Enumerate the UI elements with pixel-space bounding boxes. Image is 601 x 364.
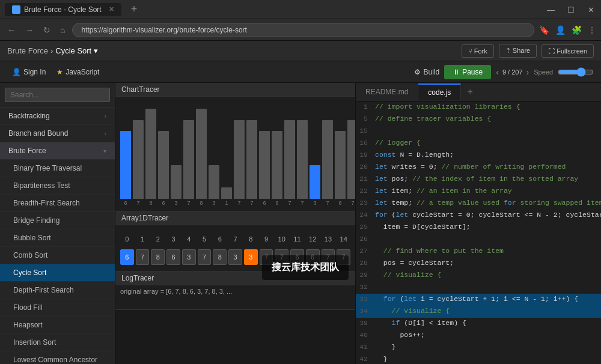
line-content: // visualize { [375, 306, 450, 318]
sidebar-item-flood-fill[interactable]: Flood Fill [0, 299, 115, 317]
line-content: } [375, 354, 388, 364]
language-selector[interactable]: ★ JavaScript [56, 68, 99, 76]
close-button[interactable]: ✕ [588, 5, 596, 14]
chart-bar: 6 [335, 131, 346, 206]
back-button[interactable]: ← [5, 24, 18, 36]
sidebar-item-heapsort[interactable]: Heapsort [0, 317, 115, 334]
bookmark-icon[interactable]: 🔖 [539, 25, 549, 35]
sidebar-item-bridge-finding[interactable]: Bridge Finding [0, 212, 115, 229]
forward-button[interactable]: → [23, 24, 36, 36]
line-content: // visualize { [375, 270, 441, 282]
bar-label: 7 [351, 200, 354, 206]
bar-label: 8 [149, 200, 152, 206]
line-content: } [375, 342, 396, 354]
sidebar-item-insertion-sort[interactable]: Insertion Sort [0, 334, 115, 351]
sidebar-item-breadth-first-search[interactable]: Breadth-First Search [0, 195, 115, 212]
bar-label: 7 [136, 200, 139, 206]
breadcrumb-parent[interactable]: Brute Force [7, 46, 48, 55]
maximize-button[interactable]: ☐ [567, 5, 576, 14]
line-content: let temp; // a temp value used for stori… [375, 198, 601, 210]
menu-bar: Brute Force › Cycle Sort ▾ ⑂ Fork ⇡ Shar… [0, 41, 601, 61]
sidebar-item-binary-tree-traversal[interactable]: Binary Tree Traversal [0, 160, 115, 177]
line-content: // define tracer variables { [375, 114, 491, 126]
prev-button[interactable]: ‹ [496, 67, 499, 77]
nav-controls: ‹ 9 / 207 › [496, 67, 529, 77]
fork-button[interactable]: ⑂ Fork [462, 44, 494, 58]
sidebar-label: Breadth-First Search [13, 199, 80, 207]
build-button[interactable]: ⚙ Build [414, 68, 439, 76]
line-number: 28 [358, 258, 375, 270]
code-line: 29 // visualize { [356, 270, 601, 282]
bar-label: 6 [124, 200, 127, 206]
extensions-icon[interactable]: 🧩 [572, 25, 582, 35]
line-number: 21 [358, 174, 375, 186]
sidebar-item-comb-sort[interactable]: Comb Sort [0, 247, 115, 264]
sidebar-item-cycle-sort[interactable]: Cycle Sort [0, 264, 115, 282]
chart-bar: 7 [322, 120, 333, 206]
sidebar-item-bipartiteness-test[interactable]: Bipartiteness Test [0, 177, 115, 195]
chart-bar: 7 [347, 120, 356, 206]
sidebar-label: Brute Force [8, 147, 46, 155]
sidebar-item-bubble-sort[interactable]: Bubble Sort [0, 229, 115, 247]
line-content: const N = D.length; [375, 150, 454, 162]
line-number: 20 [358, 162, 375, 174]
code-tab-README-md[interactable]: README.md [356, 84, 418, 100]
sidebar-item-backtracking[interactable]: Backtracking› [0, 108, 115, 125]
code-tab-code-js[interactable]: code.js [418, 83, 461, 100]
pause-button[interactable]: ⏸ Pause [444, 65, 491, 79]
line-number: 19 [358, 150, 375, 162]
bar-label: 7 [326, 200, 329, 206]
log-text: original array = [6, 7, 8, 6, 3, 7, 8, 3… [120, 288, 232, 295]
breadcrumb-current: Cycle Sort ▾ [55, 46, 98, 55]
sidebar-item-branch-and-bound[interactable]: Branch and Bound› [0, 125, 115, 142]
close-tab-icon[interactable]: ✕ [109, 5, 114, 13]
search-input[interactable] [5, 88, 110, 102]
pause-icon: ⏸ [453, 68, 460, 76]
share-button[interactable]: ⇡ Share [499, 44, 537, 58]
signin-button[interactable]: 👤 Sign In [7, 65, 50, 79]
array-value-cell: 8 [213, 249, 227, 265]
line-number: 16 [358, 138, 375, 150]
refresh-button[interactable]: ↻ [41, 24, 53, 36]
array-value-cell: 7 [275, 249, 288, 265]
add-tab-button[interactable]: + [461, 83, 478, 101]
new-tab-button[interactable]: + [126, 3, 142, 16]
code-panel: README.mdcode.js+ 1// import visualizati… [356, 83, 601, 364]
url-input[interactable] [72, 23, 534, 37]
next-button[interactable]: › [526, 67, 529, 77]
fullscreen-button[interactable]: ⛶ Fullscreen [542, 44, 594, 58]
dropdown-icon[interactable]: ▾ [94, 46, 98, 55]
sidebar-label: Lowest Common Ancestor [13, 356, 97, 364]
array-value-cell: 7 [322, 249, 335, 265]
bar-label: 8 [200, 200, 203, 206]
sidebar-arrow: ▾ [103, 148, 106, 154]
minimize-button[interactable]: — [547, 5, 555, 14]
speed-slider[interactable] [558, 67, 594, 77]
more-icon[interactable]: ⋮ [588, 25, 596, 35]
address-bar: ← → ↻ ⌂ 🔖 👤 🧩 ⋮ [0, 19, 601, 41]
sidebar-item-lowest-common-ancestor[interactable]: Lowest Common Ancestor [0, 351, 115, 364]
array-value-cell: 7 [337, 249, 350, 265]
bar-element [310, 165, 320, 199]
home-button[interactable]: ⌂ [58, 24, 67, 36]
line-number: 23 [358, 198, 375, 210]
chart-bar: 6 [259, 131, 270, 206]
line-number: 25 [358, 222, 375, 234]
array-index-cell: 1 [136, 231, 150, 247]
sidebar-item-brute-force[interactable]: Brute Force▾ [0, 142, 115, 160]
code-editor[interactable]: 1// import visualization libraries {5// … [356, 102, 601, 364]
array-value-cell: 8 [151, 249, 165, 265]
profile-icon[interactable]: 👤 [555, 25, 566, 35]
browser-tab[interactable]: Brute Force - Cycle Sort ✕ [5, 3, 121, 16]
log-area: original array = [6, 7, 8, 6, 3, 7, 8, 3… [115, 285, 355, 309]
array-index-cell: 14 [337, 231, 350, 247]
line-number: 27 [358, 246, 375, 258]
line-number: 41 [358, 342, 375, 354]
sidebar-item-depth-first-search[interactable]: Depth-First Search [0, 282, 115, 299]
code-line: 28 pos = cycleStart; [356, 258, 601, 270]
main-content: Backtracking›Branch and Bound›Brute Forc… [0, 83, 601, 364]
chart-bar: 3 [209, 165, 219, 206]
bar-label: 3 [212, 200, 215, 206]
line-number: 32 [358, 282, 375, 294]
line-content: pos = cycleStart; [375, 258, 454, 270]
